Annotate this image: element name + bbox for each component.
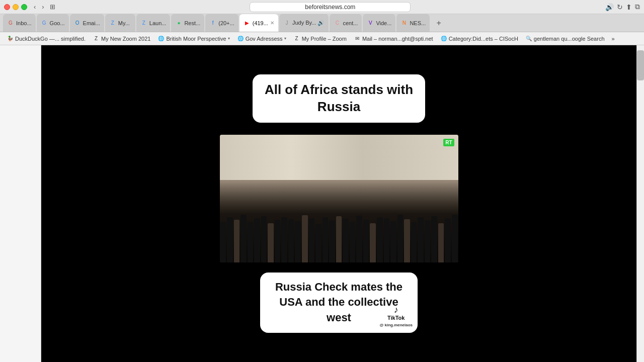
crowd-figure bbox=[370, 223, 376, 262]
tab-inbox[interactable]: GInbo... bbox=[3, 14, 36, 32]
crowd-figure bbox=[356, 216, 362, 262]
tab-label-cent: cent... bbox=[343, 20, 358, 26]
tab-fb[interactable]: f(20+... bbox=[205, 14, 238, 32]
bookmark-favicon-my-profile-zoom: Z bbox=[293, 35, 300, 42]
crowd-figure bbox=[329, 220, 335, 262]
back-button[interactable]: ‹ bbox=[32, 3, 37, 11]
tab-favicon-fb: f bbox=[209, 20, 216, 27]
tab-video[interactable]: VVide... bbox=[363, 14, 395, 32]
tab-label-nes: NES... bbox=[410, 20, 426, 26]
reload-button[interactable]: ↻ bbox=[617, 3, 623, 11]
sidebar-panel bbox=[0, 45, 41, 362]
crowd-figure bbox=[309, 218, 315, 262]
crowd-figure bbox=[323, 217, 329, 262]
crowd-figure bbox=[431, 216, 437, 262]
top-caption-box: All of Africa stands with Russia bbox=[253, 74, 425, 123]
crowd-figure bbox=[220, 222, 226, 262]
crowd-figure bbox=[350, 222, 356, 262]
bookmark-duckduckgo[interactable]: 🦆DuckDuckGo —... simplified. bbox=[4, 35, 88, 43]
tab-zoom-my[interactable]: ZMy... bbox=[105, 14, 135, 32]
close-window-button[interactable] bbox=[4, 4, 10, 10]
crowd-figure bbox=[261, 216, 267, 262]
crowd-figure bbox=[425, 220, 431, 262]
crowd-figure bbox=[390, 221, 396, 262]
tab-favicon-inbox: G bbox=[7, 20, 14, 27]
tab-favicon-email: O bbox=[74, 20, 81, 27]
bookmark-favicon-category-did: 🌐 bbox=[440, 35, 447, 42]
tab-google[interactable]: GGoo... bbox=[37, 14, 69, 32]
share-button[interactable]: ⬆ bbox=[626, 3, 632, 11]
address-text: beforeitsnews.com bbox=[305, 4, 355, 11]
tab-nes[interactable]: NNES... bbox=[396, 14, 430, 32]
bookmark-favicon-british-moor: 🌐 bbox=[157, 35, 165, 42]
crowd-figure bbox=[268, 223, 274, 262]
crowd-figure bbox=[240, 215, 247, 262]
address-bar[interactable]: beforeitsnews.com bbox=[250, 2, 411, 12]
tab-favicon-rest: ● bbox=[175, 20, 182, 27]
scrollbar[interactable] bbox=[636, 45, 644, 362]
crowd-figure bbox=[302, 215, 308, 262]
crowd-figure bbox=[384, 218, 390, 262]
bottom-line3: west bbox=[327, 311, 351, 324]
crowd-figure bbox=[288, 219, 294, 262]
bookmark-dropdown-arrow-british-moor: ▾ bbox=[228, 36, 230, 41]
rt-badge: RT bbox=[443, 139, 454, 146]
page-content: All of Africa stands with Russia RT Russ… bbox=[41, 45, 636, 362]
crowd-figure bbox=[343, 219, 349, 262]
tab-yt[interactable]: ▶(419...✕ bbox=[239, 14, 278, 32]
tab-favicon-nes: N bbox=[400, 20, 408, 27]
crowd-figure bbox=[254, 218, 260, 262]
bookmark-my-profile-zoom[interactable]: ZMy Profile – Zoom bbox=[291, 35, 349, 43]
bottom-caption-box: Russia Check mates the USA and the colle… bbox=[260, 273, 418, 333]
tab-rest[interactable]: ●Rest... bbox=[171, 14, 204, 32]
tab-cent[interactable]: Ccent... bbox=[330, 14, 362, 32]
bookmark-mail-norman[interactable]: ✉Mail – norman...ght@spti.net bbox=[351, 35, 436, 43]
scrollbar-thumb[interactable] bbox=[637, 50, 644, 80]
crowd-figure bbox=[248, 222, 254, 262]
tiktok-app-name: TikTok bbox=[379, 314, 413, 322]
crowd-figure bbox=[445, 218, 451, 262]
title-bar: ‹ › ⊞ beforeitsnews.com 🔊 ↻ ⬆ ⧉ bbox=[0, 0, 644, 14]
bottom-line1: Russia Check mates the bbox=[275, 281, 403, 293]
top-caption-line1: All of Africa stands with bbox=[265, 82, 413, 97]
forward-button[interactable]: › bbox=[40, 3, 45, 11]
video-inner: RT bbox=[220, 135, 458, 262]
bookmark-label-gentleman: gentleman qu...oogle Search bbox=[534, 36, 605, 42]
tabs-bar: GInbo...GGoo...OEmai...ZMy...ZLaun...●Re… bbox=[0, 14, 644, 32]
browser-main: All of Africa stands with Russia RT Russ… bbox=[0, 45, 644, 362]
bookmark-category-did[interactable]: 🌐Category:Did...ets – CISocH bbox=[438, 35, 521, 43]
crowd-figure bbox=[452, 215, 458, 262]
sidebar-toggle-button[interactable]: ⊞ bbox=[50, 3, 55, 11]
volume-button[interactable]: 🔊 bbox=[605, 3, 614, 11]
bookmark-label-myzoom2021: My New Zoom 2021 bbox=[101, 36, 150, 42]
tab-email[interactable]: OEmai... bbox=[70, 14, 104, 32]
bookmark-more[interactable]: » bbox=[609, 35, 617, 42]
tab-close-yt[interactable]: ✕ bbox=[270, 20, 274, 26]
bookmark-gov-addresses[interactable]: 🌐Gov Adressess ▾ bbox=[234, 35, 289, 43]
crowd-figure bbox=[315, 224, 321, 262]
tab-favicon-zoom-launch: Z bbox=[140, 20, 147, 27]
new-window-button[interactable]: ⧉ bbox=[635, 3, 640, 11]
bookmark-gentleman[interactable]: 🔍gentleman qu...oogle Search bbox=[523, 35, 607, 43]
tab-judy[interactable]: JJudy By... 🔊 bbox=[279, 14, 329, 32]
tab-label-rest: Rest... bbox=[184, 20, 200, 26]
new-tab-button[interactable]: + bbox=[432, 14, 446, 32]
bookmark-label-british-moor: British Moor Perspective bbox=[166, 36, 226, 42]
toolbar-right: 🔊 ↻ ⬆ ⧉ bbox=[605, 3, 640, 11]
tab-zoom-launch[interactable]: ZLaun... bbox=[136, 14, 171, 32]
bookmark-favicon-gov-addresses: 🌐 bbox=[237, 35, 244, 42]
bookmark-myzoom2021[interactable]: ZMy New Zoom 2021 bbox=[90, 35, 153, 43]
tab-label-video: Vide... bbox=[376, 20, 391, 26]
bookmark-favicon-mail-norman: ✉ bbox=[354, 35, 361, 42]
maximize-window-button[interactable] bbox=[21, 4, 27, 10]
crowd-figure bbox=[397, 215, 404, 262]
crowd-figure bbox=[275, 220, 281, 262]
bookmark-label-gov-addresses: Gov Adressess bbox=[246, 36, 283, 42]
bookmark-label-mail-norman: Mail – norman...ght@spti.net bbox=[362, 36, 433, 42]
bookmark-british-moor[interactable]: 🌐British Moor Perspective ▾ bbox=[155, 35, 232, 43]
tab-favicon-zoom-my: Z bbox=[109, 20, 116, 27]
tab-favicon-yt: ▶ bbox=[244, 20, 251, 27]
video-frame[interactable]: RT bbox=[220, 135, 458, 262]
bookmark-favicon-gentleman: 🔍 bbox=[525, 35, 532, 42]
minimize-window-button[interactable] bbox=[13, 4, 19, 10]
